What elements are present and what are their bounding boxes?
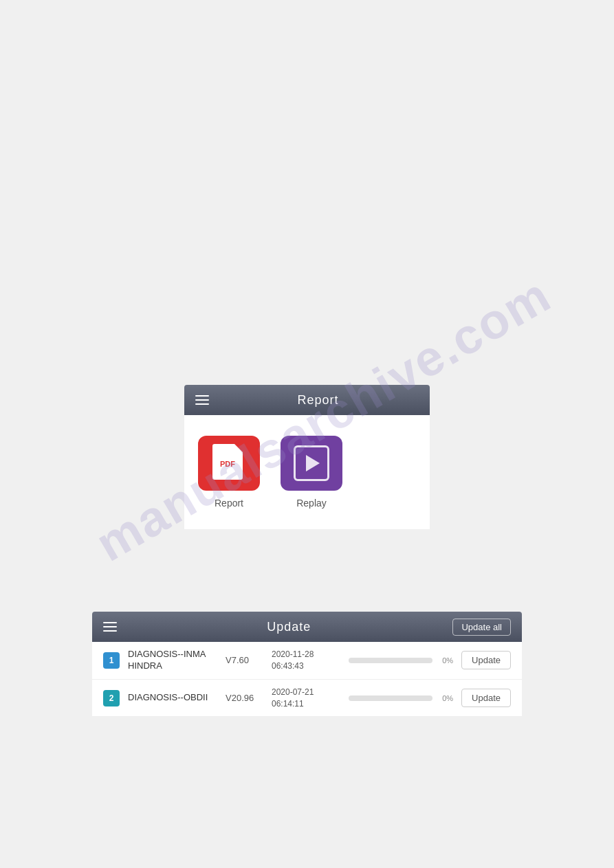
- report-section: Report PDF Report: [184, 385, 430, 529]
- item-date-line2-1: 06:43:43: [272, 660, 340, 672]
- item-date-line1-2: 2020-07-21: [272, 687, 340, 698]
- item-date-2: 2020-07-21 06:14:11: [272, 687, 340, 710]
- replay-label: Replay: [296, 498, 327, 509]
- row-number-1: 1: [103, 652, 120, 669]
- play-icon: [294, 445, 329, 481]
- pdf-page: PDF: [212, 444, 243, 480]
- progress-container-1: 0%: [349, 656, 453, 665]
- update-section: Update Update all 1 DIAGNOSIS--INMA HIND…: [92, 612, 522, 717]
- pdf-text: PDF: [220, 460, 235, 468]
- table-row: 2 DIAGNOSIS--OBDII V20.96 2020-07-21 06:…: [92, 680, 522, 717]
- update-header: Update Update all: [92, 612, 522, 642]
- update-hamburger-icon[interactable]: [103, 622, 117, 632]
- item-version-1: V7.60: [226, 655, 263, 665]
- pdf-icon: PDF: [212, 444, 245, 482]
- item-name-2: DIAGNOSIS--OBDII: [128, 692, 217, 704]
- progress-bar-2: [349, 695, 432, 701]
- table-row: 1 DIAGNOSIS--INMA HINDRA V7.60 2020-11-2…: [92, 642, 522, 680]
- report-icon-box: PDF: [198, 436, 260, 491]
- progress-pct-1: 0%: [437, 656, 453, 665]
- progress-bar-1: [349, 658, 432, 663]
- item-date-1: 2020-11-28 06:43:43: [272, 649, 340, 672]
- item-name-1: DIAGNOSIS--INMA HINDRA: [128, 649, 217, 672]
- report-title: Report: [217, 393, 419, 408]
- progress-pct-2: 0%: [437, 694, 453, 702]
- update-all-button[interactable]: Update all: [452, 619, 511, 636]
- item-date-line1-1: 2020-11-28: [272, 649, 340, 660]
- item-version-2: V20.96: [226, 693, 263, 703]
- report-header: Report: [184, 385, 430, 415]
- replay-icon-item[interactable]: Replay: [281, 436, 342, 509]
- update-list: 1 DIAGNOSIS--INMA HINDRA V7.60 2020-11-2…: [92, 642, 522, 717]
- row-number-2: 2: [103, 690, 120, 706]
- hamburger-icon[interactable]: [195, 395, 209, 405]
- report-icons-container: PDF Report Replay: [184, 415, 430, 529]
- update-button-2[interactable]: Update: [461, 689, 511, 707]
- play-triangle: [306, 455, 320, 471]
- report-icon-item[interactable]: PDF Report: [198, 436, 260, 509]
- progress-container-2: 0%: [349, 694, 453, 702]
- item-date-line2-2: 06:14:11: [272, 698, 340, 710]
- replay-icon-box: [281, 436, 342, 491]
- main-content: Report PDF Report: [0, 385, 614, 717]
- update-button-1[interactable]: Update: [461, 651, 511, 669]
- report-label: Report: [215, 498, 243, 509]
- update-title: Update: [125, 620, 452, 634]
